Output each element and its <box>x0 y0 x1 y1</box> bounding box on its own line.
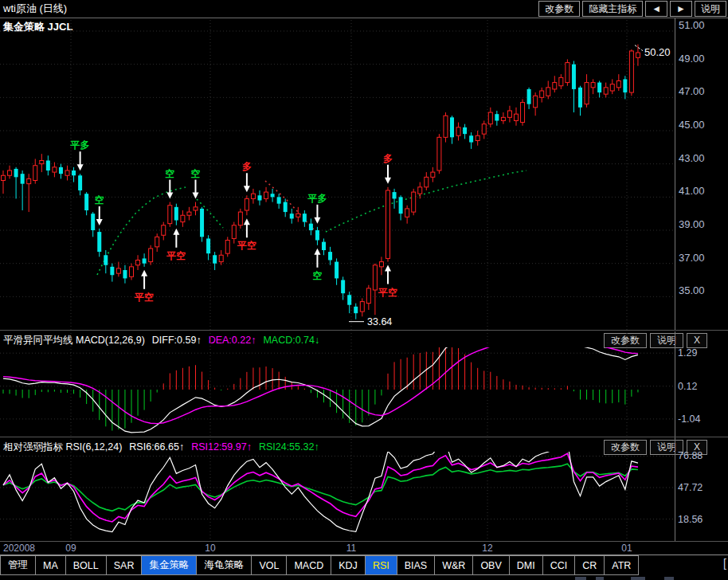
toolbar-item-cci[interactable]: CCI <box>543 555 576 575</box>
toolbar-item-rsi[interactable]: RSI <box>366 555 397 575</box>
svg-text:空: 空 <box>95 194 104 206</box>
taskbar-fragment <box>575 577 586 580</box>
svg-text:35.00: 35.00 <box>679 284 705 296</box>
svg-text:空: 空 <box>191 168 201 179</box>
svg-text:47.00: 47.00 <box>679 85 705 97</box>
scroll-left-button[interactable]: ◄ <box>645 1 667 17</box>
scroll-right-button[interactable]: ► <box>670 1 692 17</box>
date-axis: 2020080910111201 <box>0 543 728 555</box>
svg-text:平空: 平空 <box>378 287 397 298</box>
svg-text:33.64: 33.64 <box>367 316 392 327</box>
toolbar-item-cr[interactable]: CR <box>575 555 605 575</box>
svg-text:多: 多 <box>383 153 393 164</box>
svg-text:平空: 平空 <box>166 250 186 261</box>
panel-divider <box>0 541 728 542</box>
date-label: 12 <box>482 543 492 554</box>
svg-text:平多: 平多 <box>70 139 90 151</box>
svg-text:平空: 平空 <box>237 240 256 251</box>
svg-text:51.00: 51.00 <box>679 19 705 31</box>
svg-text:41.00: 41.00 <box>679 185 705 197</box>
help-button[interactable]: 说明 <box>695 1 726 17</box>
taskbar-fragment <box>631 577 645 580</box>
toolbar-item-atr[interactable]: ATR <box>605 555 639 575</box>
svg-text:47.72: 47.72 <box>678 482 703 493</box>
svg-text:平空: 平空 <box>134 292 154 303</box>
svg-text:39.00: 39.00 <box>679 218 705 230</box>
svg-text:1.29: 1.29 <box>678 347 697 359</box>
svg-text:多: 多 <box>242 161 252 172</box>
toolbar-item-[interactable]: 集金策略 <box>142 555 197 575</box>
cropped-taskbar-strip <box>0 576 728 580</box>
toolbar-item-sar[interactable]: SAR <box>107 555 143 575</box>
toolbar-item-bias[interactable]: BIAS <box>397 555 436 575</box>
macd-chart[interactable]: 1.290.12-1.04 <box>0 331 728 437</box>
svg-text:43.00: 43.00 <box>679 152 705 164</box>
bracket-glyph: [ <box>723 557 726 570</box>
top-bar-buttons: 改参数 隐藏主指标 ◄ ► 说明 <box>536 1 726 17</box>
toolbar-item-vol[interactable]: VOL <box>252 555 287 575</box>
date-label: 09 <box>65 543 76 554</box>
toolbar-item-[interactable]: 海龟策略 <box>197 555 252 575</box>
taskbar-fragment <box>596 577 604 580</box>
change-params-button[interactable]: 改参数 <box>538 1 580 17</box>
svg-text:18.56: 18.56 <box>678 514 703 525</box>
svg-text:空: 空 <box>165 168 174 179</box>
svg-text:76.88: 76.88 <box>678 450 703 461</box>
svg-text:50.20: 50.20 <box>644 46 671 58</box>
rsi-chart[interactable]: 76.8847.7218.56 <box>0 437 728 541</box>
toolbar-item-wr[interactable]: W&R <box>435 555 473 575</box>
date-label: 01 <box>621 543 632 554</box>
panel-divider <box>0 330 728 331</box>
date-label: 11 <box>346 543 356 554</box>
toolbar-item-dmi[interactable]: DMI <box>510 555 543 575</box>
toolbar-item-boll[interactable]: BOLL <box>66 555 107 575</box>
toolbar-item-[interactable]: 管理 <box>0 555 36 575</box>
date-label: 10 <box>205 543 215 554</box>
svg-text:0.12: 0.12 <box>678 381 697 392</box>
date-label: 202008 <box>3 543 35 554</box>
toolbar-item-kdj[interactable]: KDJ <box>331 555 366 575</box>
svg-text:49.00: 49.00 <box>679 53 705 65</box>
toolbar-item-macd[interactable]: MACD <box>287 555 331 575</box>
svg-text:37.00: 37.00 <box>679 252 705 264</box>
toolbar-item-ma[interactable]: MA <box>36 555 66 575</box>
svg-text:平多: 平多 <box>307 193 327 204</box>
svg-text:-1.04: -1.04 <box>678 413 701 425</box>
svg-text:45.00: 45.00 <box>679 119 705 131</box>
svg-text:空: 空 <box>312 270 322 281</box>
toolbar-item-obv[interactable]: OBV <box>473 555 509 575</box>
main-candlestick-chart[interactable]: 51.0049.0047.0045.0043.0041.0039.0037.00… <box>0 18 728 331</box>
chart-title: wti原油 (日线) <box>3 2 67 16</box>
hide-main-indicator-button[interactable]: 隐藏主指标 <box>582 1 643 17</box>
indicator-toolbar: 管理MABOLLSAR集金策略海龟策略VOLMACDKDJRSIBIASW&RO… <box>0 555 728 575</box>
taskbar-fragment <box>664 577 674 580</box>
top-bar: wti原油 (日线) 改参数 隐藏主指标 ◄ ► 说明 <box>0 0 728 18</box>
